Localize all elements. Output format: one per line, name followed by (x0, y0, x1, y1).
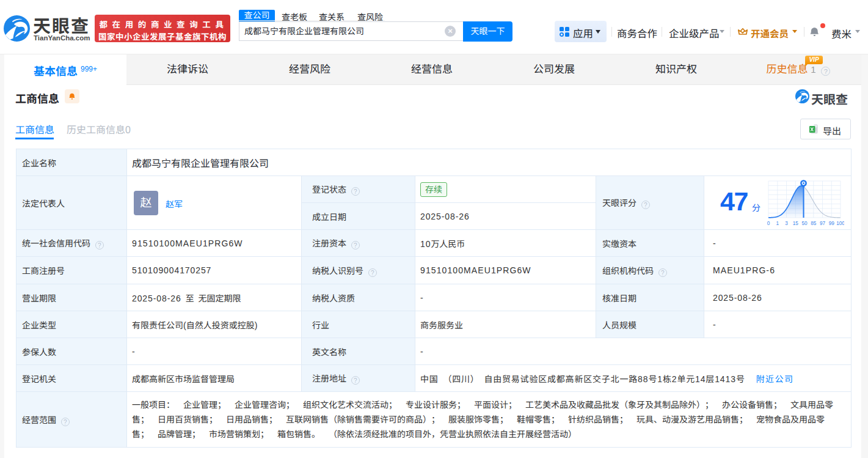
svg-text:50: 50 (801, 220, 808, 226)
svg-text:99: 99 (829, 220, 835, 226)
svg-text:0: 0 (767, 220, 770, 226)
svg-text:3: 3 (785, 220, 788, 226)
svg-text:97: 97 (820, 220, 826, 226)
svg-text:1: 1 (776, 220, 779, 226)
svg-text:85: 85 (811, 220, 817, 226)
svg-text:100: 100 (836, 220, 844, 226)
svg-text:15: 15 (793, 220, 799, 226)
